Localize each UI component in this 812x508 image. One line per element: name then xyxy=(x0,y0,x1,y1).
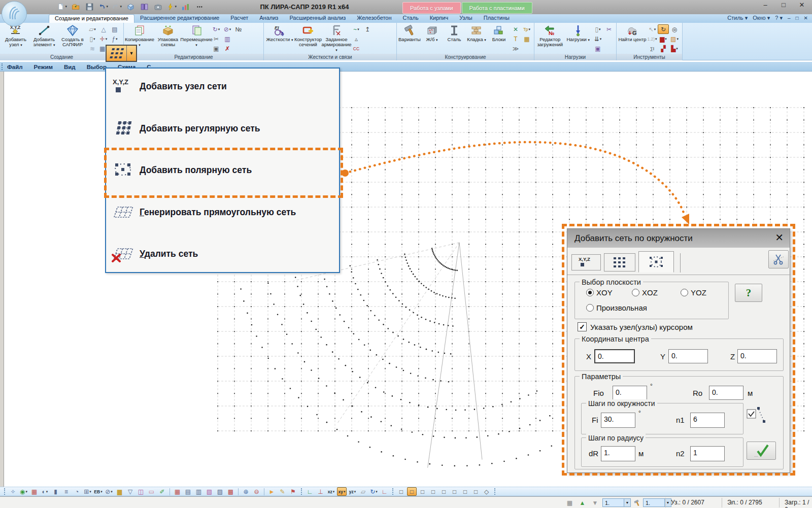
axes-red-icon[interactable]: ∟ xyxy=(380,487,389,496)
layer-down-icon[interactable]: ▼ xyxy=(590,498,600,507)
rigid-link-icon[interactable]: ↥ xyxy=(362,24,373,34)
pencil-icon[interactable]: ✎ xyxy=(278,487,287,496)
proj-cube-1-icon[interactable]: □ xyxy=(396,487,406,496)
pink-frame-icon[interactable]: ▭ xyxy=(147,487,156,496)
snapshot-icon[interactable] xyxy=(153,2,163,12)
ribbon-tab[interactable]: Кирпич xyxy=(424,14,454,23)
report-icon[interactable] xyxy=(180,2,190,12)
ribbon-button[interactable]: Создать в САПФИР xyxy=(58,24,87,47)
open-file-icon[interactable] xyxy=(71,2,81,12)
mirror-icon[interactable]: ⊘▾ xyxy=(222,24,233,34)
flip-icon[interactable]: ◫ xyxy=(136,487,146,496)
half-sphere-icon[interactable]: ◐▾ xyxy=(40,487,50,496)
redo-icon[interactable]: ▾ xyxy=(112,2,122,12)
new-file-icon[interactable]: ▾ xyxy=(57,2,67,12)
zoom-grid-icon[interactable]: ◎ xyxy=(669,24,680,34)
plate-icon[interactable]: ▱▾ xyxy=(87,24,98,34)
ribbon-button[interactable]: Нагрузки ▾ xyxy=(564,24,593,43)
flashlight-icon[interactable]: ► xyxy=(267,487,277,496)
axes-green-icon[interactable]: ∟ xyxy=(305,487,315,496)
qat-more-icon[interactable] xyxy=(194,2,204,12)
ribbon-button[interactable]: Кладка ▾ xyxy=(465,24,488,43)
toolbar-grip[interactable] xyxy=(301,488,302,495)
axes-anchor-icon[interactable]: ⊥ xyxy=(316,487,325,496)
restore-button[interactable]: □ xyxy=(779,1,789,9)
tabrow-menu[interactable]: Окно ▾ xyxy=(753,15,770,21)
toolbar-grip[interactable] xyxy=(4,488,5,495)
menu-option-1[interactable]: X,Y,ZДобавить узел сети xyxy=(106,71,339,102)
t-section-icon[interactable]: T xyxy=(510,34,521,44)
ribbon-button[interactable]: GНайти центр xyxy=(618,24,647,42)
cut-icon[interactable]: ✂ xyxy=(211,34,222,44)
ribbon-tab[interactable]: Пластины xyxy=(478,14,515,23)
filter-icon[interactable]: ▽ xyxy=(125,487,135,496)
fxy-icon[interactable]: ƒ▾ xyxy=(109,34,120,44)
pack-box-icon[interactable] xyxy=(125,2,136,12)
ribbon-tab[interactable]: Железобетон xyxy=(351,14,397,23)
ribbon-tab[interactable]: Сталь xyxy=(397,14,424,23)
eb-icon[interactable]: EB▾ xyxy=(93,487,103,496)
ribbon-button[interactable]: EI4Жесткости ▾ xyxy=(265,24,294,43)
hide-icon[interactable]: ⊘▾ xyxy=(104,487,114,496)
help-book-icon[interactable] xyxy=(139,2,149,12)
chart-3d-icon[interactable]: ▆ xyxy=(115,487,124,496)
shell-icon[interactable]: ▯▾ xyxy=(87,34,98,44)
proj-cube-5-icon[interactable]: □ xyxy=(439,487,449,496)
numbering-icon[interactable]: 1.2)▾ xyxy=(647,34,658,44)
quick-action-icon[interactable]: ▾ xyxy=(166,2,177,12)
rotate-copy-icon[interactable]: ↻▾ xyxy=(211,24,222,34)
select-poly-icon[interactable]: ✧ xyxy=(8,487,18,496)
mosaic-icon[interactable]: ▞ xyxy=(658,44,669,53)
rotate-view-icon[interactable]: ◔ xyxy=(72,487,82,496)
layer-up-icon[interactable]: ▲ xyxy=(578,498,587,507)
cut-loads-icon[interactable]: ✂ xyxy=(603,24,615,34)
frame-sel-icon[interactable]: ▧ xyxy=(205,487,214,496)
menu-option-5[interactable]: Удалить сеть xyxy=(106,238,339,269)
proj-cube-2-icon[interactable]: □ xyxy=(407,487,417,496)
relief-icon[interactable]: ≋ xyxy=(87,44,98,53)
menu-option-4[interactable]: Генерировать прямоугольную сеть xyxy=(106,196,339,228)
paste-icon[interactable]: ▥ xyxy=(222,34,233,44)
proj-cube-9-icon[interactable]: ◇ xyxy=(482,487,491,496)
menu-item-выбор[interactable]: Выбор xyxy=(87,64,107,70)
red-grid-icon[interactable]: ▦ xyxy=(29,487,39,496)
renumber-icon[interactable]: № xyxy=(233,24,244,34)
ribbon-button[interactable]: Блоки xyxy=(488,24,510,42)
block2-icon[interactable]: ▙▾ xyxy=(669,44,680,53)
ribbon-button[interactable]: №Редактор загружений xyxy=(536,24,564,47)
ribbon-button[interactable]: Сталь xyxy=(443,24,465,42)
box-sel2-icon[interactable]: ▥ xyxy=(194,487,204,496)
histogram-icon[interactable]: ▆▾ xyxy=(658,34,669,44)
erase-icon[interactable]: ✗ xyxy=(222,44,233,53)
menu-item-вид[interactable]: Вид xyxy=(64,64,76,70)
frame-sel3-icon[interactable]: ▩ xyxy=(226,487,235,496)
rails-icon[interactable]: ≫ xyxy=(510,44,521,53)
menu-item-режим[interactable]: Режим xyxy=(34,64,53,70)
screen-copy-icon[interactable]: ▣ xyxy=(211,44,222,53)
ribbon-button[interactable]: Конструктор сечений xyxy=(294,24,322,47)
layers-icon[interactable]: ≡ xyxy=(61,487,71,496)
palette-icon[interactable]: ▨▾ xyxy=(669,34,680,44)
toolbar-grip[interactable] xyxy=(392,488,393,495)
proj-cube-6-icon[interactable]: □ xyxy=(450,487,459,496)
building-icon[interactable]: ▤ xyxy=(109,24,120,34)
menu-item-файл[interactable]: Файл xyxy=(7,64,23,70)
unify-sections-icon[interactable]: CC xyxy=(351,44,362,53)
sum-icon[interactable]: ∑I xyxy=(647,44,658,53)
weight-icon[interactable]: ▯▾ xyxy=(592,24,603,34)
minimize-button[interactable]: – xyxy=(760,1,770,9)
supports-icon[interactable]: ▵ xyxy=(351,34,362,44)
close-button[interactable]: ✕ xyxy=(797,1,807,9)
add-grid-button[interactable] xyxy=(107,46,127,61)
ribbon-tab[interactable]: Расширенное редактирование xyxy=(134,14,225,23)
grid-del-icon[interactable]: ▦ xyxy=(173,487,182,496)
ribbon-tab[interactable]: Расширенный анализ xyxy=(284,14,351,23)
close-doc-button[interactable]: ✕ xyxy=(804,15,808,21)
ribbon-tab[interactable]: Анализ xyxy=(254,14,284,23)
ribbon-button[interactable]: Варианты xyxy=(398,24,421,42)
brush-icon[interactable]: ✐ xyxy=(157,487,167,496)
add-grid-dropdown-arrow[interactable]: ▼ xyxy=(127,46,136,61)
zoom-out-icon[interactable]: ⊖ xyxy=(252,487,261,496)
zoom-in-icon[interactable]: ⊕ xyxy=(241,487,251,496)
ribbon-button[interactable]: Добавить элемент ▾ xyxy=(30,24,58,48)
